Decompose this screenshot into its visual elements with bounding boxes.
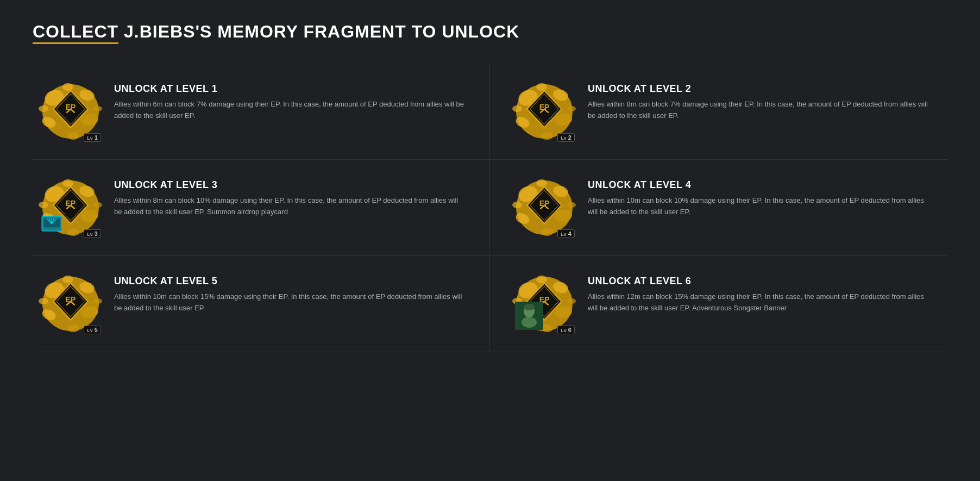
svg-point-50 [512, 202, 522, 208]
svg-point-19 [512, 105, 522, 112]
svg-text:EP: EP [66, 295, 76, 304]
badge-level6: EP Lv 6 [512, 271, 577, 336]
title-highlight: COLLECT [33, 22, 118, 44]
level-badge-level4: Lv 4 [557, 229, 575, 238]
svg-point-75 [567, 298, 576, 304]
badge-level5: EP Lv 5 [38, 271, 103, 336]
card-content-level6: UNLOCK AT LEVEL 6 Allies within 12m can … [588, 271, 931, 314]
svg-text:EP: EP [66, 199, 76, 208]
svg-point-63 [93, 298, 102, 304]
svg-point-51 [567, 202, 576, 208]
badge-level4: EP Lv 4 [512, 175, 577, 240]
level-badge-level2: Lv 2 [557, 133, 575, 142]
unlock-title-level2: UNLOCK AT LEVEL 2 [588, 83, 931, 95]
svg-point-8 [93, 106, 102, 111]
unlock-title-level5: UNLOCK AT LEVEL 5 [114, 276, 468, 287]
card-content-level5: UNLOCK AT LEVEL 5 Allies within 10m can … [114, 271, 468, 314]
unlock-desc-level1: Allies within 6m can block 7% damage usi… [114, 99, 468, 122]
card-level3: EP Lv 3 UNLOCK AT LEVEL 3 Allies with [33, 160, 490, 256]
card-content-level3: UNLOCK AT LEVEL 3 Allies within 8m can b… [114, 175, 468, 218]
card-content-level1: UNLOCK AT LEVEL 1 Allies within 6m can b… [114, 79, 468, 122]
badge-level3: EP Lv 3 [38, 175, 103, 240]
unlock-title-level1: UNLOCK AT LEVEL 1 [114, 83, 468, 95]
card-level2: EP Lv 2 UNLOCK AT LEVEL 2 Allies within … [490, 64, 947, 160]
title-rest: J.BIEBS'S MEMORY FRAGMENT TO UNLOCK [124, 22, 519, 41]
svg-point-32 [93, 202, 102, 208]
badge-level1: EP Lv 1 [38, 79, 103, 144]
svg-point-81 [522, 317, 537, 328]
level-badge-level3: Lv 3 [84, 229, 101, 238]
card-level6: EP Lv 6 UNLOCK AT LEVEL 6 Allies within … [490, 256, 947, 352]
unlock-desc-level5: Allies within 10m can block 15% damage u… [114, 291, 468, 314]
unlock-desc-level3: Allies within 8m can block 10% damage us… [114, 195, 468, 218]
svg-text:EP: EP [66, 103, 76, 111]
svg-point-62 [39, 298, 48, 304]
card-level5: EP Lv 5 UNLOCK AT LEVEL 5 Allies within … [33, 256, 490, 352]
svg-text:EP: EP [539, 199, 550, 208]
badge-level2: EP Lv 2 [512, 79, 577, 144]
svg-point-82 [524, 304, 535, 310]
unlock-desc-level4: Allies within 10m can block 10% damage u… [588, 195, 931, 218]
unlock-title-level4: UNLOCK AT LEVEL 4 [588, 179, 931, 191]
svg-point-61 [67, 324, 79, 332]
cards-grid: EP Lv 1 UNLOCK AT LEVEL 1 Allies within … [33, 64, 947, 352]
svg-point-20 [567, 106, 576, 111]
unlock-desc-level2: Allies within 8m can block 7% damage usi… [588, 99, 931, 122]
level-badge-level6: Lv 6 [557, 326, 575, 334]
level-badge-level5: Lv 5 [84, 326, 101, 334]
unlock-desc-level6: Allies within 12m can block 15% damage u… [588, 291, 931, 314]
svg-point-49 [541, 228, 553, 236]
svg-point-30 [67, 228, 79, 236]
unlock-title-level6: UNLOCK AT LEVEL 6 [588, 276, 931, 287]
svg-point-31 [39, 202, 48, 208]
card-content-level2: UNLOCK AT LEVEL 2 Allies within 8m can b… [588, 79, 931, 122]
page-title: COLLECT J.BIEBS'S MEMORY FRAGMENT TO UNL… [33, 22, 947, 42]
level-badge-level1: Lv 1 [84, 133, 101, 142]
card-level1: EP Lv 1 UNLOCK AT LEVEL 1 Allies within … [33, 64, 490, 160]
svg-point-7 [39, 105, 48, 112]
svg-text:EP: EP [539, 103, 550, 111]
card-level4: EP Lv 4 UNLOCK AT LEVEL 4 Allies within … [490, 160, 947, 256]
svg-point-6 [67, 132, 79, 140]
unlock-title-level3: UNLOCK AT LEVEL 3 [114, 179, 468, 191]
card-content-level4: UNLOCK AT LEVEL 4 Allies within 10m can … [588, 175, 931, 218]
svg-point-18 [541, 132, 553, 140]
